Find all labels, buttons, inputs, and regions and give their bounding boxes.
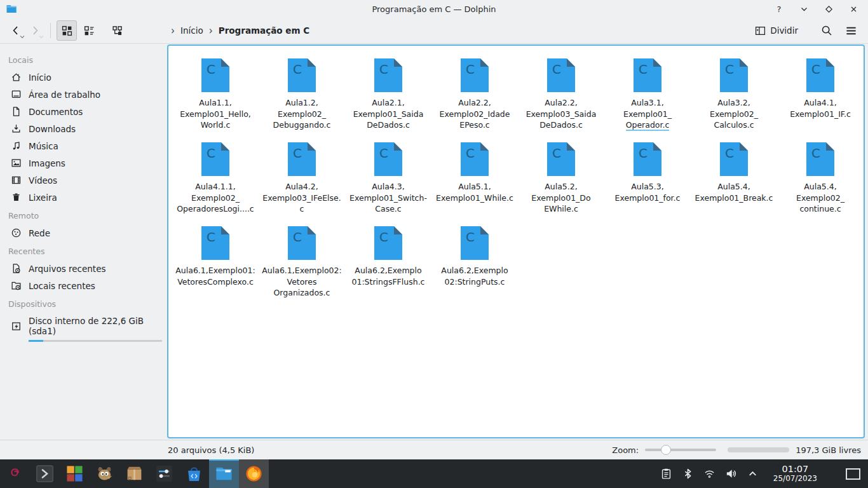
zoom-label: Zoom:	[612, 445, 639, 455]
sidebar-item-arquivos-recentes[interactable]: Arquivos recentes	[0, 260, 167, 277]
sidebar-item-lixeira[interactable]: Lixeira	[0, 189, 167, 206]
taskbar-dolphin-icon[interactable]	[209, 459, 239, 488]
file-item[interactable]: CAula2.2,Exemplo03_SaidaDeDados.c	[518, 53, 604, 137]
taskbar-discover-icon[interactable]	[179, 459, 209, 488]
sidebar-item-label: Vídeos	[29, 175, 57, 186]
c-source-file-icon: C	[461, 142, 489, 176]
c-source-file-icon: C	[806, 142, 834, 176]
folder-view[interactable]: CAula1.1,Exemplo01_Hello,World.cCAula1.2…	[167, 44, 865, 438]
sidebar-item-label: Downloads	[29, 124, 76, 134]
taskbar-debian-launcher-icon[interactable]	[0, 459, 30, 488]
help-button[interactable]: ?	[774, 4, 784, 14]
c-source-file-icon: C	[288, 142, 316, 176]
split-view-button[interactable]: Dividir	[755, 25, 798, 36]
sidebar-item-videos[interactable]: Vídeos	[0, 172, 167, 189]
sidebar-item-area-de-trabalho[interactable]: Área de trabalho	[0, 86, 167, 103]
sidebar-item-label: Locais recentes	[29, 281, 95, 291]
c-source-file-icon: C	[288, 58, 316, 92]
clock[interactable]: 01:07 25/07/2023	[773, 464, 817, 483]
show-desktop-button[interactable]	[846, 468, 860, 480]
sidebar-item-inicio[interactable]: Início	[0, 69, 167, 86]
file-item[interactable]: CAula4.1.1,Exemplo02_OperadoresLogi....c	[172, 137, 259, 221]
file-name-label: Aula4.1.1,Exemplo02_OperadoresLogi....c	[177, 181, 254, 215]
details-view-button[interactable]	[79, 20, 99, 41]
taskbar-package-manager-icon[interactable]	[119, 459, 149, 488]
taskbar-terminal-icon[interactable]	[30, 459, 60, 488]
file-name-label: Aula6.1,Exemplo01:VetoresComplexo.c	[175, 265, 255, 287]
breadcrumb-chevron-icon: ›	[171, 24, 175, 37]
menu-button[interactable]	[841, 21, 860, 40]
file-item[interactable]: CAula5.2,Exemplo01_DoEWhile.c	[518, 137, 604, 221]
file-item[interactable]: CAula2.1,Exemplo01_SaidaDeDados.c	[345, 53, 431, 137]
file-item[interactable]: CAula5.1,Exemplo01_While.c	[431, 137, 518, 221]
minimize-button[interactable]	[799, 4, 809, 14]
clipboard-icon[interactable]	[660, 468, 672, 480]
zoom-slider-handle[interactable]	[661, 445, 671, 455]
file-item[interactable]: CAula6.2,Exemplo02:StringPuts.c	[431, 221, 518, 305]
taskbar-firefox-icon[interactable]	[239, 459, 269, 488]
maximize-button[interactable]	[824, 4, 834, 14]
file-item[interactable]: CAula4.3,Exemplo01_Switch-Case.c	[345, 137, 431, 221]
c-source-file-icon: C	[547, 58, 575, 92]
sidebar-section-title: Remoto	[0, 206, 167, 224]
desktop-icon	[11, 89, 22, 100]
file-item[interactable]: CAula4.2,Exemplo03_IFeElse.c	[259, 137, 345, 221]
free-space-label: 197,3 GiB livres	[796, 445, 861, 455]
file-item[interactable]: CAula4.1,Exemplo01_IF.c	[777, 53, 864, 137]
file-item[interactable]: CAula6.1,Exemplo02:VetoresOrganizados.c	[259, 221, 345, 305]
file-item[interactable]: CAula3.1,Exemplo01_Operador.c	[604, 53, 691, 137]
file-item[interactable]: CAula5.4,Exemplo02_continue.c	[777, 137, 864, 221]
breadcrumb-home[interactable]: Início	[180, 25, 203, 36]
chevron-up-icon[interactable]	[747, 468, 759, 480]
sidebar-item-label: Rede	[29, 228, 50, 238]
sidebar-item-disco-interno[interactable]: Disco interno de 222,6 GiB (sda1)	[0, 313, 167, 339]
toolbar-separator	[50, 23, 51, 38]
file-item[interactable]: CAula3.2,Exemplo02_Calculos.c	[691, 53, 777, 137]
sidebar-item-label: Início	[29, 72, 51, 83]
trash-icon	[11, 192, 22, 203]
disk-usage-bar	[29, 340, 162, 342]
sidebar-item-documentos[interactable]: Documentos	[0, 103, 167, 120]
file-item[interactable]: CAula1.2,Exemplo02_Debuggando.c	[259, 53, 345, 137]
c-source-file-icon: C	[374, 58, 402, 92]
home-icon	[11, 72, 22, 83]
search-button[interactable]	[817, 21, 836, 40]
split-label: Dividir	[770, 25, 798, 36]
zoom-slider[interactable]	[645, 449, 716, 451]
c-source-file-icon: C	[806, 58, 834, 92]
taskbar-settings-icon[interactable]	[149, 459, 179, 488]
c-source-file-icon: C	[201, 226, 229, 260]
forward-button[interactable]	[25, 21, 44, 40]
sidebar-item-downloads[interactable]: Downloads	[0, 120, 167, 137]
sidebar-item-label: Imagens	[29, 158, 65, 168]
file-item[interactable]: CAula5.3,Exemplo01_for.c	[604, 137, 691, 221]
taskbar-apps-grid-icon[interactable]	[60, 459, 90, 488]
icons-view-button[interactable]	[57, 20, 77, 41]
volume-icon[interactable]	[725, 468, 737, 480]
video-icon	[11, 175, 22, 186]
file-name-label: Aula5.4,Exemplo01_Break.c	[695, 181, 773, 203]
file-item[interactable]: CAula2.2,Exemplo02_IdadeEPeso.c	[431, 53, 518, 137]
clock-time: 01:07	[773, 464, 817, 475]
sidebar-item-rede[interactable]: Rede	[0, 224, 167, 241]
bluetooth-icon[interactable]	[682, 468, 694, 480]
statusbar: 20 arquivos (4,5 KiB) Zoom: 197,3 GiB li…	[0, 440, 868, 459]
sidebar-item-imagens[interactable]: Imagens	[0, 154, 167, 172]
breadcrumb-current-folder[interactable]: Programação em C	[219, 25, 309, 36]
file-item[interactable]: CAula6.1,Exemplo01:VetoresComplexo.c	[172, 221, 259, 305]
back-button[interactable]	[6, 21, 25, 40]
file-item[interactable]: CAula6.2,Exemplo01:StringsFFlush.c	[345, 221, 431, 305]
sidebar-item-locais-recentes[interactable]: Locais recentes	[0, 277, 167, 294]
sidebar-item-musica[interactable]: Música	[0, 137, 167, 154]
file-name-label: Aula6.1,Exemplo02:VetoresOrganizados.c	[262, 265, 341, 299]
file-item[interactable]: CAula5.4,Exemplo01_Break.c	[691, 137, 777, 221]
wifi-icon[interactable]	[703, 468, 715, 480]
taskbar-gimp-icon[interactable]	[90, 459, 119, 488]
close-button[interactable]	[848, 4, 858, 14]
sidebar-item-label: Área de trabalho	[29, 90, 100, 100]
titlebar: Programação em C — Dolphin ?	[0, 0, 868, 18]
tree-view-button[interactable]	[107, 20, 127, 41]
file-item[interactable]: CAula1.1,Exemplo01_Hello,World.c	[172, 53, 259, 137]
breadcrumb-chevron-icon: ›	[209, 24, 213, 37]
sidebar-item-label: Disco interno de 222,6 GiB (sda1)	[29, 316, 161, 336]
